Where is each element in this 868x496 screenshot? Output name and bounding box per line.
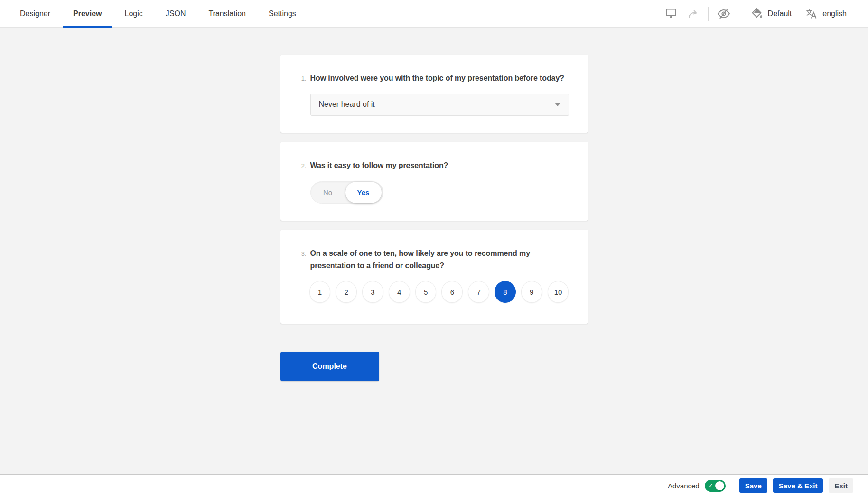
survey-form: 1. How involved were you with the topic … <box>280 55 588 381</box>
toolbar-separator <box>739 7 739 21</box>
advanced-label: Advanced <box>668 482 700 490</box>
chevron-down-icon <box>555 103 560 106</box>
redo-button[interactable] <box>682 4 704 24</box>
eye-off-icon <box>717 8 731 20</box>
question-card-1: 1. How involved were you with the topic … <box>280 55 588 133</box>
tab-settings[interactable]: Settings <box>257 0 308 27</box>
exit-button[interactable]: Exit <box>829 478 853 493</box>
creator-toolbar: Designer Preview Logic JSON Translation … <box>0 0 868 28</box>
language-label: english <box>822 9 847 18</box>
rating-item[interactable]: 1 <box>309 281 331 303</box>
tab-json[interactable]: JSON <box>154 0 197 27</box>
translate-icon <box>806 8 818 20</box>
rating-item[interactable]: 3 <box>362 281 383 303</box>
rating-item[interactable]: 7 <box>468 281 489 303</box>
theme-select-button[interactable]: Default <box>744 4 799 24</box>
rating-item[interactable]: 8 <box>495 281 516 303</box>
creator-tabs: Designer Preview Logic JSON Translation … <box>9 0 308 27</box>
check-icon: ✓ <box>708 481 713 490</box>
rating-item[interactable]: 9 <box>521 281 542 303</box>
dropdown-never-heard[interactable]: Never heard of it <box>310 94 569 116</box>
rating-item[interactable]: 6 <box>441 281 463 303</box>
language-select-button[interactable]: english <box>799 4 854 24</box>
rating-scale: 1 2 3 4 5 6 7 8 9 10 <box>309 281 569 303</box>
question-number: 1. <box>299 75 307 82</box>
question-title: On a scale of one to ten, how likely are… <box>310 247 569 271</box>
toolbar-actions: Default english <box>660 0 854 27</box>
question-title: How involved were you with the topic of … <box>310 72 564 84</box>
save-button[interactable]: Save <box>739 478 767 493</box>
boolean-option-yes[interactable]: Yes <box>345 182 382 203</box>
device-preview-button[interactable] <box>660 4 682 24</box>
rating-item[interactable]: 10 <box>548 281 569 303</box>
toolbar-separator <box>708 7 709 21</box>
tab-preview[interactable]: Preview <box>62 0 113 27</box>
theme-label: Default <box>768 9 792 18</box>
creator-footer: Advanced ✓ Save Save & Exit Exit <box>0 474 868 496</box>
hide-survey-button[interactable] <box>713 4 735 24</box>
question-number: 3. <box>299 250 307 257</box>
paint-bucket-icon <box>751 7 764 20</box>
save-exit-button[interactable]: Save & Exit <box>773 478 823 493</box>
complete-button[interactable]: Complete <box>280 352 379 381</box>
boolean-toggle[interactable]: No Yes <box>310 181 383 204</box>
question-number: 2. <box>299 162 307 169</box>
survey-preview-area: 1. How involved were you with the topic … <box>0 28 868 474</box>
dropdown-value: Never heard of it <box>319 100 375 109</box>
question-card-3: 3. On a scale of one to ten, how likely … <box>280 230 588 324</box>
advanced-toggle-group: Advanced ✓ <box>668 480 726 492</box>
advanced-toggle[interactable]: ✓ <box>705 480 726 492</box>
toggle-knob <box>715 481 724 490</box>
tab-logic[interactable]: Logic <box>113 0 154 27</box>
tab-translation[interactable]: Translation <box>197 0 257 27</box>
question-title: Was it easy to follow my presentation? <box>310 159 448 172</box>
rating-item[interactable]: 4 <box>389 281 410 303</box>
redo-arrow-icon <box>687 8 699 19</box>
monitor-icon <box>665 8 677 19</box>
rating-item[interactable]: 5 <box>415 281 437 303</box>
question-card-2: 2. Was it easy to follow my presentation… <box>280 142 588 221</box>
boolean-option-no[interactable]: No <box>311 182 345 203</box>
tab-designer[interactable]: Designer <box>9 0 62 27</box>
rating-item[interactable]: 2 <box>336 281 357 303</box>
